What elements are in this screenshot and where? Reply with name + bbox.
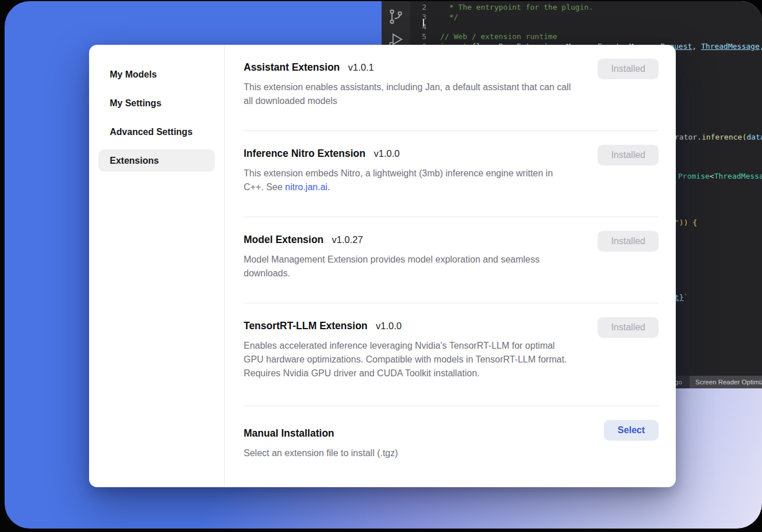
sidebar-item-advanced-settings[interactable]: Advanced Settings xyxy=(98,121,215,143)
installed-button[interactable]: Installed xyxy=(598,59,659,79)
extension-description: Enables accelerated inference leveraging… xyxy=(244,339,576,380)
nitro-jan-ai-link[interactable]: nitro.jan.ai. xyxy=(285,182,330,192)
settings-modal: My Models My Settings Advanced Settings … xyxy=(89,45,676,487)
code-fragment: Promise<ThreadMessage> xyxy=(678,172,762,180)
installed-button[interactable]: Installed xyxy=(598,145,659,165)
extension-name: Inference Nitro Extension xyxy=(244,146,365,161)
code-fragment: rator.inference(data)); xyxy=(675,133,762,141)
code-fragment: t}` xyxy=(675,293,688,302)
extension-description: This extension embeds Nitro, a lightweig… xyxy=(244,167,568,194)
extension-version: v1.0.1 xyxy=(348,60,374,75)
manual-installation-description: Select an extension file to install (.tg… xyxy=(244,446,659,460)
code-line-3: */ xyxy=(440,12,458,22)
screen-reader-status-item[interactable]: Screen Reader Optimized xyxy=(690,376,762,388)
code-line-5: // Web / extension runtime xyxy=(440,32,557,41)
hero-background: 2 3 4 5 6 * The entrypoint for the plugi… xyxy=(5,1,762,529)
text-cursor xyxy=(423,19,424,26)
manual-installation-row: Manual Installation Select an extension … xyxy=(244,406,659,483)
extension-name: Assistant Extension xyxy=(244,60,340,75)
extensions-list: Assistant Extension v1.0.1 This extensio… xyxy=(225,45,676,487)
sidebar-item-my-models[interactable]: My Models xyxy=(98,63,215,86)
source-control-icon[interactable] xyxy=(387,8,405,25)
extension-row-assistant: Assistant Extension v1.0.1 This extensio… xyxy=(244,45,659,131)
code-line-2: * The entrypoint for the plugin. xyxy=(440,2,593,12)
installed-button[interactable]: Installed xyxy=(598,317,659,338)
sidebar-item-extensions[interactable]: Extensions xyxy=(98,149,215,172)
extension-row-tensorrt-llm: TensortRT-LLM Extension v1.0.0 Enables a… xyxy=(244,303,659,406)
line-number: 5 xyxy=(414,32,426,41)
extension-name: Model Extension xyxy=(244,232,324,247)
line-number: 2 xyxy=(414,2,426,12)
extension-version: v1.0.27 xyxy=(332,232,363,247)
sidebar-item-my-settings[interactable]: My Settings xyxy=(98,92,215,114)
extension-version: v1.0.0 xyxy=(374,146,399,161)
extension-description: This extension enables assistants, inclu… xyxy=(244,80,574,108)
line-number: 3 xyxy=(414,12,426,22)
manual-installation-title: Manual Installation xyxy=(244,426,334,441)
line-number: 4 xyxy=(414,22,426,32)
extension-description: Model Management Extension provides mode… xyxy=(244,253,547,280)
extension-row-model: Model Extension v1.0.27 Model Management… xyxy=(244,217,659,303)
extension-name: TensortRT-LLM Extension xyxy=(244,318,368,333)
select-file-button[interactable]: Select xyxy=(604,420,659,441)
extension-version: v1.0.0 xyxy=(376,318,402,333)
code-fragment: ")) { xyxy=(675,218,697,227)
installed-button[interactable]: Installed xyxy=(598,231,659,252)
extension-row-inference-nitro: Inference Nitro Extension v1.0.0 This ex… xyxy=(244,131,659,217)
settings-sidebar: My Models My Settings Advanced Settings … xyxy=(89,45,225,487)
